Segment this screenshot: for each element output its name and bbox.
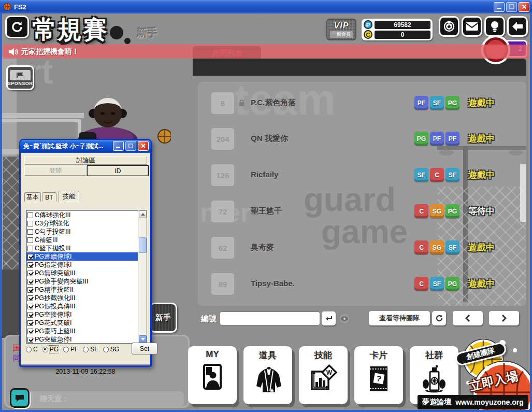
- skill-row[interactable]: C勾手投籃III: [26, 228, 138, 236]
- skill-checkbox[interactable]: [27, 271, 33, 276]
- position-radio-sf[interactable]: [83, 347, 89, 352]
- skill-checkbox[interactable]: [27, 246, 33, 251]
- position-radio-c[interactable]: [26, 347, 32, 352]
- set-button[interactable]: Set: [132, 343, 157, 354]
- scroll-up-button[interactable]: [139, 210, 147, 218]
- position-radio-sg[interactable]: [103, 347, 109, 352]
- room-row[interactable]: 6 P.C.紫色角落 PFSFPG 遊戲中: [205, 91, 519, 115]
- dialog-minimize-button[interactable]: [113, 141, 124, 151]
- svg-text:W: W: [326, 369, 333, 376]
- skill-row[interactable]: C補籃III: [26, 236, 138, 244]
- next-page-button[interactable]: [489, 311, 519, 325]
- window-border-bottom: [0, 410, 532, 412]
- vip-badge[interactable]: VIP 一般會員: [326, 19, 356, 40]
- page-title: 常規賽: [32, 13, 108, 46]
- skill-checkbox[interactable]: [27, 287, 33, 293]
- skill-checkbox[interactable]: [27, 237, 33, 243]
- wall-bar: [0, 113, 84, 118]
- scroll-down-button[interactable]: [139, 335, 147, 343]
- window-maximize-button[interactable]: [506, 2, 517, 12]
- position-radio-pf[interactable]: [63, 347, 69, 352]
- position-badge: C: [414, 204, 428, 218]
- room-row[interactable]: 89 Tipsy-Babe. CSFPG 遊戲中: [205, 272, 519, 296]
- room-id-input[interactable]: [220, 311, 320, 325]
- spectate-button[interactable]: [338, 312, 351, 325]
- back-button[interactable]: [507, 16, 528, 37]
- room-row[interactable]: 204 QN 我愛你 PGPFPF 遊戲中: [205, 127, 519, 151]
- dock-cards-button[interactable]: 卡片 ?: [354, 346, 403, 404]
- skill-checkbox[interactable]: [27, 262, 33, 268]
- skill-checkbox[interactable]: [27, 312, 33, 318]
- app-icon: [3, 3, 11, 11]
- id-button-label: ID: [115, 167, 121, 175]
- prev-page-button[interactable]: [453, 311, 483, 325]
- refresh-button[interactable]: [5, 16, 29, 38]
- skill-checkbox[interactable]: [27, 254, 33, 260]
- mail-button[interactable]: [462, 16, 482, 37]
- chat-input[interactable]: 聊天室：: [16, 391, 184, 407]
- vip-label: VIP: [334, 21, 349, 31]
- skills-scrollbar[interactable]: [138, 210, 147, 343]
- id-button[interactable]: ID: [88, 166, 148, 176]
- skills-chart-icon: W: [308, 361, 339, 399]
- skill-row[interactable]: PG無球突破III: [26, 269, 138, 277]
- skill-row[interactable]: C傳球強化III: [26, 211, 138, 219]
- skills-listbox[interactable]: C傳球強化IIIC3分球強化C勾手投籃IIIC補籃IIIC籃下拋投IIIPG連續…: [26, 210, 147, 344]
- forum-footer-bar[interactable]: 夢遊論壇 www.moyuzone.org: [418, 395, 528, 409]
- skill-checkbox[interactable]: [27, 229, 33, 235]
- room-id-go-button[interactable]: [322, 311, 336, 325]
- newbie-room-badge[interactable]: 新手: [149, 303, 177, 333]
- skill-label: C傳球強化III: [35, 211, 70, 220]
- skill-row[interactable]: PG假投真傳III: [26, 302, 138, 310]
- refresh-rooms-button[interactable]: [432, 311, 446, 325]
- dialog-close-button[interactable]: [138, 141, 149, 151]
- skill-checkbox[interactable]: [27, 337, 33, 343]
- skill-row[interactable]: PG花式突破I: [26, 319, 138, 327]
- dialog-maximize-button[interactable]: [125, 141, 136, 151]
- position-radio-pg[interactable]: [42, 347, 48, 352]
- skill-row[interactable]: PG突破急停I: [26, 335, 138, 344]
- skill-checkbox[interactable]: [27, 329, 33, 334]
- tips-button[interactable]: [484, 16, 505, 37]
- skill-checkbox[interactable]: [27, 221, 33, 226]
- skill-checkbox[interactable]: [27, 279, 33, 285]
- position-badge: SF: [430, 277, 444, 291]
- dock-skills-button[interactable]: 技能 W: [299, 346, 348, 404]
- skill-row[interactable]: PG抄截強化III: [26, 294, 138, 302]
- cheat-dialog-titlebar[interactable]: 免~費`測試,籃球 小~子測試...: [20, 140, 151, 153]
- sponsor-button[interactable]: SPONSOR: [6, 65, 34, 90]
- window-close-button[interactable]: [519, 2, 529, 12]
- login-button[interactable]: 登陸: [24, 166, 87, 176]
- tab-basic[interactable]: 基本: [24, 192, 41, 202]
- skill-checkbox[interactable]: [27, 320, 33, 326]
- skill-row[interactable]: PG靈巧上籃III: [26, 327, 138, 335]
- tab-bt[interactable]: BT: [42, 192, 56, 202]
- skill-checkbox[interactable]: [27, 304, 33, 309]
- window-titlebar[interactable]: FS2: [0, 0, 532, 13]
- skill-row[interactable]: PG連續傳球I: [26, 252, 138, 261]
- room-row[interactable]: 62 臭奇麥 CSGSF 遊戲中: [205, 236, 519, 260]
- room-row[interactable]: 72 聖王魋千 CSGPG 等待中: [205, 200, 519, 223]
- skill-row[interactable]: PG精準投籃II: [26, 286, 138, 294]
- skill-checkbox[interactable]: [27, 212, 33, 218]
- skill-checkbox[interactable]: [27, 295, 33, 301]
- tab-skills[interactable]: 技能: [59, 191, 79, 202]
- skill-row[interactable]: C籃下拋投III: [26, 244, 138, 252]
- achievements-button[interactable]: [439, 16, 459, 37]
- room-row[interactable]: 126 Ricfaily SFCSF 遊戲中: [205, 163, 519, 187]
- room-number: 62: [211, 237, 234, 259]
- scroll-thumb[interactable]: [139, 237, 147, 253]
- skill-row[interactable]: PG指定傳球I: [26, 261, 138, 269]
- view-waiting-teams-button[interactable]: 查看等待團隊: [369, 311, 430, 325]
- cash-coin-icon: C: [364, 30, 372, 39]
- chat-bubble-icon[interactable]: [10, 388, 30, 408]
- position-radio-label: SG: [110, 346, 119, 353]
- skill-row[interactable]: PG空接傳球I: [26, 310, 138, 319]
- skill-row[interactable]: C3分球強化: [26, 219, 138, 228]
- skill-row[interactable]: PG換手變向突破III: [26, 277, 138, 286]
- forum-url[interactable]: www.moyuzone.org: [455, 398, 524, 406]
- decor-dot: [110, 26, 123, 39]
- dock-my-button[interactable]: MY: [188, 346, 237, 404]
- dock-items-button[interactable]: 道具: [243, 346, 292, 404]
- window-minimize-button[interactable]: [494, 2, 505, 12]
